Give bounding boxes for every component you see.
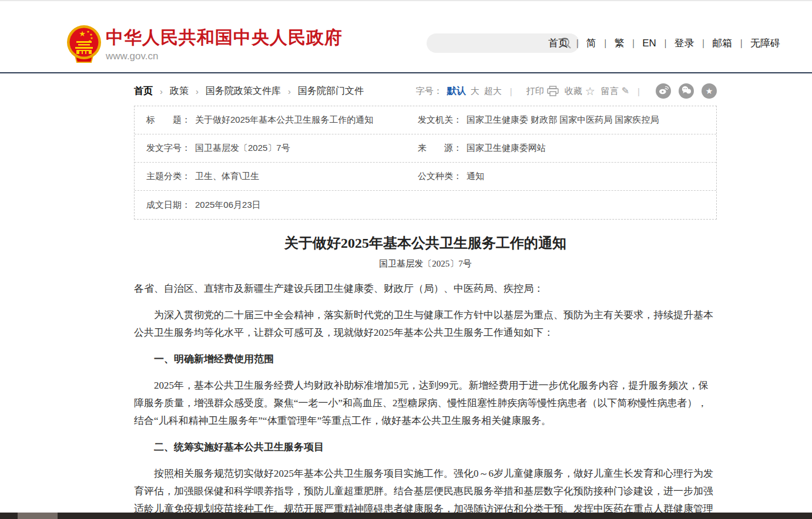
wechat-share-button[interactable] bbox=[679, 83, 694, 99]
meta-source-label: 来 源： bbox=[418, 143, 462, 154]
chevron-right-icon: › bbox=[196, 86, 199, 96]
nav-separator: ｜ bbox=[629, 38, 638, 49]
font-size-xlarge-button[interactable]: 超大 bbox=[484, 86, 502, 97]
qzone-star-icon: ★ bbox=[706, 87, 713, 95]
site-brand: 中华人民共和国中央人民政府 www.gov.cn bbox=[106, 28, 343, 62]
paragraph-section-1: 2025年，基本公共卫生服务经费人均财政补助标准增加5元，达到99元。新增经费用… bbox=[134, 377, 717, 430]
meta-title-label: 标 题： bbox=[146, 114, 190, 126]
wechat-icon bbox=[682, 86, 692, 96]
nav-home[interactable]: 首页 bbox=[548, 36, 568, 50]
toolbar-divider: | bbox=[510, 86, 512, 96]
table-row: 主题分类： 卫生、体育\卫生 公文种类： 通知 bbox=[135, 163, 716, 191]
main-content: 首页 › 政策 › 国务院政策文件库 › 国务院部门文件 字号： 默认 大 超大… bbox=[134, 83, 717, 518]
paragraph-intro: 为深入贯彻党的二十届三中全会精神，落实新时代党的卫生与健康工作方针中以基层为重点… bbox=[134, 306, 717, 342]
horizontal-scrollbar[interactable] bbox=[0, 513, 812, 519]
header-divider bbox=[0, 72, 812, 73]
site-title: 中华人民共和国中央人民政府 bbox=[106, 28, 343, 48]
article-toolbar: 字号： 默认 大 超大 | 打印 收藏 ☆ 留言 bbox=[416, 83, 717, 99]
meta-doc-type-value: 通知 bbox=[467, 171, 484, 182]
favorite-button[interactable]: 收藏 ☆ bbox=[565, 86, 595, 97]
print-label: 打印 bbox=[526, 86, 544, 97]
search-input[interactable] bbox=[427, 39, 559, 48]
scrollbar-thumb[interactable] bbox=[18, 513, 58, 519]
site-header: ★ ★ ★ ★ ★ 中华人民共和国中央人民政府 www.gov.cn 首页 bbox=[0, 1, 812, 72]
breadcrumb-policy-library[interactable]: 国务院政策文件库 bbox=[206, 85, 281, 97]
doc-number: 国卫基层发〔2025〕7号 bbox=[134, 258, 717, 269]
nav-separator: ｜ bbox=[661, 38, 670, 49]
top-nav: 首页 ｜ 简 ｜ 繁 ｜ EN ｜ 登录 ｜ 邮箱 ｜ 无障碍 bbox=[543, 36, 785, 50]
meta-source-value: 国家卫生健康委网站 bbox=[467, 143, 546, 154]
nav-mail[interactable]: 邮箱 bbox=[712, 36, 732, 50]
paragraph-section-2: 按照相关服务规范切实做好2025年基本公共卫生服务项目实施工作。强化0～6岁儿童… bbox=[134, 465, 717, 518]
pencil-icon: ✎ bbox=[622, 86, 629, 96]
font-size-label: 字号： bbox=[416, 86, 442, 97]
nav-simplified[interactable]: 简 bbox=[586, 36, 596, 50]
breadcrumb: 首页 › 政策 › 国务院政策文件库 › 国务院部门文件 bbox=[134, 85, 371, 97]
section-heading-1: 一、明确新增经费使用范围 bbox=[134, 351, 717, 368]
breadcrumb-department-documents[interactable]: 国务院部门文件 bbox=[298, 85, 364, 97]
font-size-default-button[interactable]: 默认 bbox=[447, 85, 466, 97]
section-heading-2: 二、统筹实施好基本公共卫生服务项目 bbox=[134, 439, 717, 456]
font-size-large-button[interactable]: 大 bbox=[471, 86, 479, 97]
meta-doc-number-value: 国卫基层发〔2025〕7号 bbox=[195, 143, 290, 154]
meta-topic-value: 卫生、体育\卫生 bbox=[195, 171, 259, 182]
comment-label: 留言 bbox=[601, 86, 619, 97]
comment-button[interactable]: 留言 ✎ bbox=[601, 86, 629, 97]
qzone-share-button[interactable]: ★ bbox=[702, 83, 717, 99]
page-title: 关于做好2025年基本公共卫生服务工作的通知 bbox=[134, 234, 717, 252]
nav-separator: ｜ bbox=[737, 38, 746, 49]
meta-topic-label: 主题分类： bbox=[146, 171, 190, 182]
meta-issuing-agency-label: 发文机关： bbox=[418, 114, 462, 126]
printer-icon bbox=[547, 86, 559, 96]
chevron-right-icon: › bbox=[160, 86, 163, 96]
national-emblem-icon: ★ ★ ★ ★ ★ bbox=[66, 25, 102, 63]
weibo-share-button[interactable] bbox=[656, 83, 671, 99]
favorite-label: 收藏 bbox=[565, 86, 582, 97]
nav-login[interactable]: 登录 bbox=[675, 36, 694, 50]
table-row: 发文字号： 国卫基层发〔2025〕7号 来 源： 国家卫生健康委网站 bbox=[135, 134, 716, 163]
article: 关于做好2025年基本公共卫生服务工作的通知 国卫基层发〔2025〕7号 各省、… bbox=[134, 234, 717, 518]
star-icon: ☆ bbox=[585, 86, 595, 97]
nav-accessibility[interactable]: 无障碍 bbox=[750, 36, 780, 50]
meta-issuing-agency-value: 国家卫生健康委 财政部 国家中医药局 国家疾控局 bbox=[467, 114, 659, 126]
nav-separator: ｜ bbox=[699, 38, 708, 49]
meta-date-value: 2025年06月23日 bbox=[195, 200, 261, 211]
chevron-right-icon: › bbox=[288, 86, 291, 96]
site-url: www.gov.cn bbox=[106, 50, 343, 62]
meta-doc-type-label: 公文种类： bbox=[418, 171, 462, 182]
nav-separator: ｜ bbox=[573, 38, 582, 49]
weibo-icon bbox=[659, 86, 669, 96]
table-row: 标 题： 关于做好2025年基本公共卫生服务工作的通知 发文机关： 国家卫生健康… bbox=[135, 106, 716, 134]
svg-text:★: ★ bbox=[79, 29, 86, 38]
nav-english[interactable]: EN bbox=[642, 38, 656, 49]
meta-doc-number-label: 发文字号： bbox=[146, 143, 190, 154]
document-meta-table: 标 题： 关于做好2025年基本公共卫生服务工作的通知 发文机关： 国家卫生健康… bbox=[134, 106, 717, 220]
toolbar-divider: | bbox=[637, 86, 640, 96]
table-row: 成文日期： 2025年06月23日 bbox=[135, 191, 716, 219]
nav-traditional[interactable]: 繁 bbox=[615, 36, 625, 50]
meta-date-label: 成文日期： bbox=[146, 200, 190, 211]
paragraph-salutation: 各省、自治区、直辖市及新疆生产建设兵团卫生健康委、财政厅（局）、中医药局、疾控局… bbox=[134, 280, 717, 298]
breadcrumb-home[interactable]: 首页 bbox=[134, 85, 153, 97]
breadcrumb-policy[interactable]: 政策 bbox=[170, 85, 189, 97]
nav-separator: ｜ bbox=[601, 38, 610, 49]
article-body: 各省、自治区、直辖市及新疆生产建设兵团卫生健康委、财政厅（局）、中医药局、疾控局… bbox=[134, 280, 717, 518]
print-button[interactable]: 打印 bbox=[526, 86, 559, 97]
meta-title-value: 关于做好2025年基本公共卫生服务工作的通知 bbox=[195, 114, 373, 126]
